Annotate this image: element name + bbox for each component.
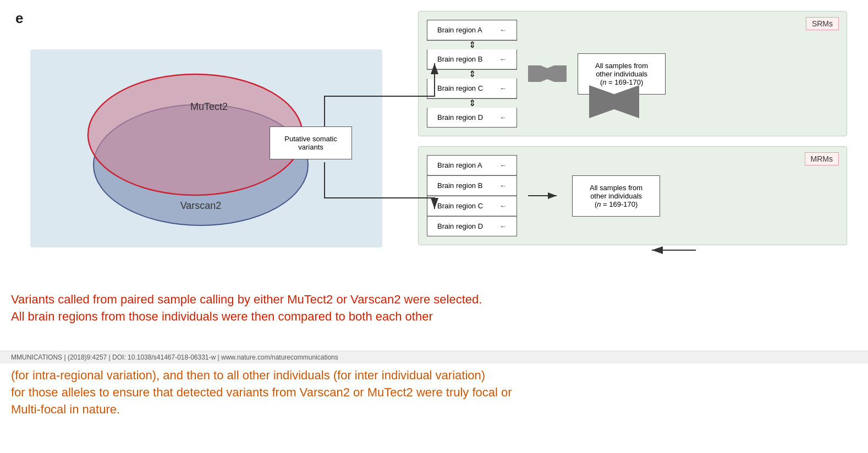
srm-label: SRMs [806, 17, 839, 30]
mrm-brain-region-D: Brain region D ← [427, 217, 517, 236]
mrm-all-samples-label: All samples from other individuals (n = … [590, 184, 642, 208]
right-section: SRMs Brain region A ← ⇕ Brain region B ← [418, 11, 858, 255]
citation-bar: MMUNICATIONS | (2018)9:4257 | DOI: 10.10… [0, 351, 868, 363]
varscan2-label: Varscan2 [180, 200, 222, 211]
arrow-left-B: ← [499, 55, 507, 63]
mrm-brain-region-B: Brain region B ← [427, 176, 517, 196]
arrow-left-A: ← [499, 26, 507, 34]
arrow-left-D: ← [499, 113, 507, 121]
citation-text: MMUNICATIONS | (2018)9:4257 | DOI: 10.10… [11, 353, 338, 361]
mrm-panel: MRMs Brain region A ← Brain region B ← [418, 146, 847, 245]
annotation-text-1: Variants called from paired sample calli… [0, 291, 605, 325]
mrm-arrow-left-D: ← [499, 222, 507, 230]
srm-brain-region-A: Brain region A ← [427, 20, 517, 41]
srm-vert-arrow-1: ⇕ [427, 41, 517, 49]
srm-brain-region-D: Brain region D ← [427, 108, 517, 128]
srm-panel-inner: Brain region A ← ⇕ Brain region B ← ⇕ [427, 20, 836, 128]
mrm-brain-region-C: Brain region C ← [427, 196, 517, 217]
annotation-text-2: (for intra-regional variation), and then… [0, 367, 633, 418]
mrm-brain-region-A: Brain region A ← [427, 155, 517, 176]
srm-double-arrow [528, 65, 567, 82]
mutect2-label: MuTect2 [190, 101, 228, 112]
page-label: e [15, 10, 23, 27]
mrm-right-arrow [528, 190, 561, 201]
psv-box: Putative somatic variants [270, 126, 352, 159]
mrm-arrow-left-B: ← [499, 181, 507, 190]
srm-vert-arrow-2: ⇕ [427, 70, 517, 79]
srm-brain-region-C: Brain region C ← [427, 79, 517, 99]
srm-vert-arrow-3: ⇕ [427, 99, 517, 108]
annotation-1-content: Variants called from paired sample calli… [11, 292, 482, 323]
mrm-brain-regions-group: Brain region A ← Brain region B ← Brain … [427, 155, 517, 236]
srm-brain-regions-group: Brain region A ← ⇕ Brain region B ← ⇕ [427, 20, 517, 128]
srm-all-samples-box: All samples from other individuals (n = … [578, 53, 666, 95]
srm-panel: SRMs Brain region A ← ⇕ Brain region B ← [418, 11, 847, 136]
arrow-left-C: ← [499, 84, 507, 92]
mrm-arrow-left-C: ← [499, 202, 507, 210]
mrm-arrow-left-A: ← [499, 161, 507, 169]
srm-brain-region-B: Brain region B ← [427, 49, 517, 70]
mrm-label: MRMs [805, 152, 839, 165]
annotation-2-content: (for intra-regional variation), and then… [11, 368, 512, 416]
mrm-panel-inner: Brain region A ← Brain region B ← Brain … [427, 155, 836, 236]
mrm-all-samples-box: All samples from other individuals (n = … [572, 175, 660, 217]
psv-label: Putative somatic variants [284, 135, 337, 151]
srm-all-samples-label: All samples from other individuals (n = … [595, 62, 648, 86]
